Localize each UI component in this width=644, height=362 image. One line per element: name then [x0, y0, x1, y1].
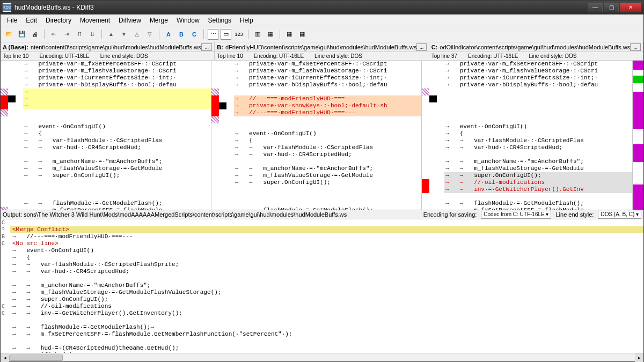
menu-merge[interactable]: Merge	[145, 16, 172, 25]
pane-a-path: A (Base): ntent\content0\scripts\game\gu…	[1, 42, 215, 51]
overview-ruler[interactable]	[633, 61, 643, 210]
diff-pane-a[interactable]: → private·var·m_fxSetPercentSFF·:·CScrip…	[1, 61, 211, 210]
select-c-button[interactable]: C	[189, 29, 200, 40]
go-down-icon[interactable]: ⇊	[87, 29, 98, 40]
go-back-icon[interactable]: ⇤	[48, 29, 59, 40]
maximize-button[interactable]: ▢	[604, 3, 619, 12]
menu-diffview[interactable]: Diffview	[114, 16, 145, 25]
merge2-icon[interactable]: ▦	[297, 29, 308, 40]
menu-settings[interactable]: Settings	[204, 16, 236, 25]
open-icon[interactable]: 📂	[4, 29, 14, 40]
encoding-select[interactable]: Codec from C: UTF-16LE ▾	[481, 211, 551, 219]
menu-directory[interactable]: Directory	[41, 16, 76, 25]
diff-pane-b[interactable]: → private·var·m_fxSetPercentSFF·:·CScrip…	[211, 61, 422, 210]
prev-diff-icon[interactable]: ▲	[106, 29, 116, 40]
panes-meta-row: Top line 10Encoding: UTF-16LELine end st…	[1, 52, 643, 61]
go-up-icon[interactable]: ⇈	[74, 29, 85, 40]
app-window: KD3 hudModuleBuffs.ws - KDiff3 — ▢ ✕ Fil…	[0, 0, 644, 362]
toolbar: 📂 💾 🖨 ⇤ ⇥ ⇈ ⇊ ▲ ▼ △ ▽ A B C ⋯ ▭ 123 ▥ ▦ …	[1, 26, 643, 42]
select-b-button[interactable]: B	[176, 29, 187, 40]
menu-movement[interactable]: Movement	[76, 16, 114, 25]
browse-c-button[interactable]: ...	[630, 43, 641, 51]
browse-b-button[interactable]: ...	[416, 43, 426, 51]
split-icon[interactable]: ▥	[252, 29, 263, 40]
panes-path-row: A (Base): ntent\content0\scripts\game\gu…	[1, 42, 643, 52]
window-title: hudModuleBuffs.ws - KDiff3	[14, 4, 588, 11]
close-button[interactable]: ✕	[620, 3, 641, 12]
output-pane[interactable]: C?BCCC <Merge Conflict>→ //---===·modFri…	[1, 219, 643, 353]
diff-area: → private·var·m_fxSetPercentSFF·:·CScrip…	[1, 61, 643, 210]
app-icon: KD3	[3, 3, 11, 12]
print-icon[interactable]: 🖨	[30, 29, 40, 40]
menu-edit[interactable]: Edit	[21, 16, 41, 25]
diff-pane-c[interactable]: → private·var·m_fxSetPercentSFF·:·CScrip…	[422, 61, 633, 210]
split2-icon[interactable]: ▦	[265, 29, 276, 40]
show-whitespace-button[interactable]: ⋯	[208, 29, 218, 40]
pane-b-path: B: dFriendlyHUD\content\scripts\game\gui…	[215, 42, 429, 51]
select-a-button[interactable]: A	[163, 29, 174, 40]
show-linenumbers-button[interactable]: ▭	[221, 29, 231, 40]
menu-file[interactable]: File	[3, 16, 21, 25]
menu-window[interactable]: Window	[172, 16, 204, 25]
minimize-button[interactable]: —	[588, 3, 603, 12]
titlebar[interactable]: KD3 hudModuleBuffs.ws - KDiff3 — ▢ ✕	[1, 1, 643, 14]
browse-a-button[interactable]: ...	[201, 43, 212, 51]
prev-conflict-icon[interactable]: △	[131, 29, 142, 40]
scroll-right-icon[interactable]: ▸	[635, 353, 643, 362]
scrollbar-thumb[interactable]	[9, 354, 63, 361]
next-conflict-icon[interactable]: ▽	[144, 29, 155, 40]
go-fwd-icon[interactable]: ⇥	[61, 29, 72, 40]
merge-icon[interactable]: ▦	[284, 29, 295, 40]
output-header: Output: sons\The Witcher 3 Wild Hunt\Mod…	[1, 210, 643, 219]
horizontal-scrollbar[interactable]: ◂ ▸	[1, 353, 643, 361]
save-icon[interactable]: 💾	[17, 29, 27, 40]
scroll-left-icon[interactable]: ◂	[1, 353, 9, 362]
menu-help[interactable]: Help	[236, 16, 258, 25]
eol-select[interactable]: DOS (A, B, C) ▾	[598, 211, 641, 219]
pane-c-path: C: odOilIndicator\content\scripts\game\g…	[429, 42, 643, 51]
menubar: FileEditDirectoryMovementDiffviewMergeWi…	[1, 14, 643, 26]
next-diff-icon[interactable]: ▼	[119, 29, 129, 40]
show-charcode-button[interactable]: 123	[233, 29, 244, 40]
